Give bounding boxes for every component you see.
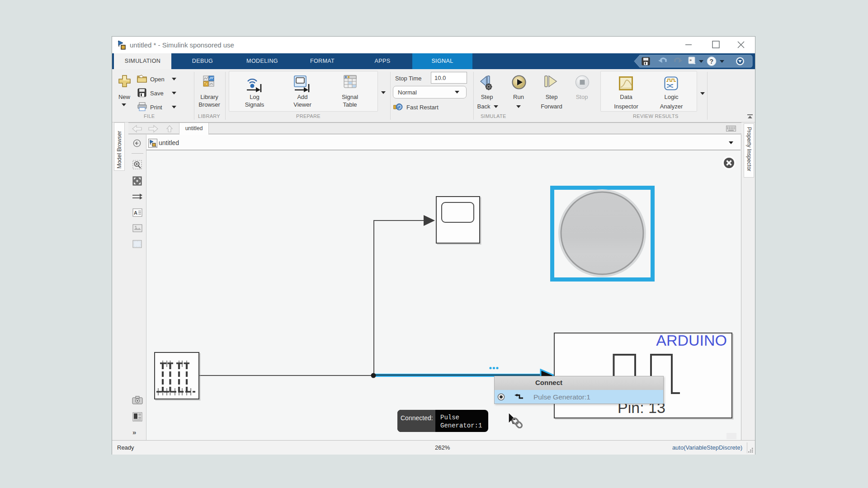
svg-text:»: » xyxy=(689,58,692,62)
svg-text:?: ? xyxy=(710,58,714,65)
svg-text:A: A xyxy=(134,210,137,216)
